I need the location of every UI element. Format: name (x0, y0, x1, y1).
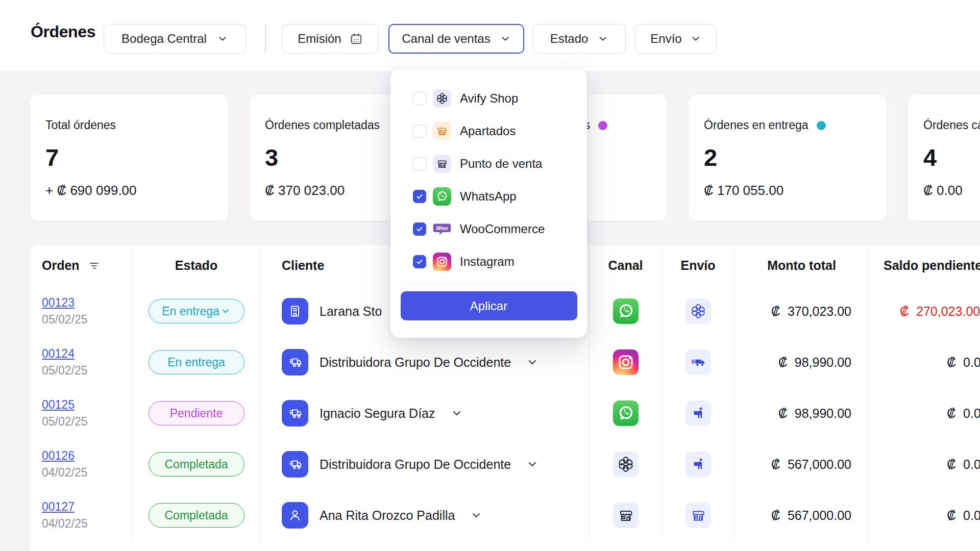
store-pickup-shipping-icon (685, 503, 711, 528)
status-pill[interactable]: En entrega (149, 350, 244, 374)
channel-option-avify-shop[interactable]: Avify Shop (390, 82, 587, 115)
express-truck-shipping-icon (685, 349, 711, 375)
whatsapp-channel-icon (613, 400, 639, 426)
currency-symbol: ₡ (778, 355, 788, 370)
pending-amount: 0.00 (963, 355, 980, 370)
checkbox[interactable] (413, 124, 426, 138)
column-header-shipping: Envío (662, 245, 734, 286)
store-channel-icon (613, 503, 639, 528)
client-avatar-truck-icon (282, 400, 308, 427)
stat-value: 7 (45, 143, 213, 171)
channel-option-apartados[interactable]: Apartados (390, 115, 587, 147)
woocommerce-icon (433, 220, 451, 238)
whatsapp-icon (433, 187, 451, 206)
checkbox[interactable] (413, 190, 426, 203)
sales-channel-filter-label: Canal de ventas (402, 32, 490, 46)
column-header-channel: Canal (590, 245, 662, 286)
currency-symbol: ₡ (771, 508, 780, 523)
courier-shipping-icon (685, 452, 711, 477)
status-pill[interactable]: Completada (149, 452, 244, 477)
courier-shipping-icon (685, 400, 711, 426)
order-date: 05/02/25 (42, 364, 88, 378)
client-name: Larana Sto (320, 304, 382, 319)
client-name: Distribuidora Grupo De Occidente (320, 457, 511, 472)
apply-button[interactable]: Aplicar (401, 291, 577, 320)
pending-amount: 0.00 (963, 406, 980, 421)
client-name: Ana Rita Orozco Padilla (320, 508, 455, 523)
status-pill[interactable]: Pendiente (149, 401, 244, 425)
checkbox[interactable] (413, 92, 426, 105)
stat-amount: ₡ 170 055.00 (704, 183, 871, 198)
column-header-total: Monto total (734, 245, 869, 286)
warehouse-filter-button[interactable]: Bodega Central (104, 24, 246, 54)
column-header-pending: Saldo pendiente (869, 245, 980, 286)
channel-option-instagram[interactable]: Instagram (390, 245, 587, 278)
checkbox[interactable] (413, 222, 426, 236)
status-filter-button[interactable]: Estado (533, 24, 626, 54)
total-amount: 567,000.00 (788, 508, 851, 523)
currency-symbol: ₡ (947, 406, 956, 421)
stat-card-total: Total órdenes 7 + ₡ 690 099.00 (30, 95, 228, 221)
checkbox[interactable] (413, 157, 426, 170)
stat-card-cancelled: Órdenes canceladas 4 ₡ 0.00 (908, 95, 980, 221)
status-dot-purple (598, 121, 607, 130)
channel-option-woocommerce[interactable]: WooCommerce (390, 213, 587, 245)
chevron-down-icon (526, 356, 538, 368)
total-amount: 567,000.00 (788, 457, 851, 472)
total-amount: 98,990.00 (795, 355, 851, 370)
dropdown-separator (403, 284, 575, 285)
column-header-status: Estado (133, 245, 260, 286)
pending-amount: 270,023.00 (916, 304, 980, 319)
stat-value: 4 (923, 143, 980, 171)
client-name: Ignacio Segura Díaz (320, 406, 435, 421)
currency-symbol: ₡ (771, 304, 780, 319)
avify-channel-icon (613, 452, 639, 477)
order-date: 04/02/25 (42, 466, 88, 480)
status-pill[interactable]: En entrega (149, 299, 244, 323)
pending-amount: 0.00 (963, 457, 980, 472)
checkbox[interactable] (413, 255, 426, 268)
shipping-filter-button[interactable]: Envío (635, 24, 717, 54)
table-row: 00125 05/02/25 Pendiente Ignacio Segura … (30, 388, 980, 439)
filter-icon[interactable] (88, 259, 100, 271)
check-icon (415, 192, 424, 201)
client-avatar-person-icon (282, 502, 308, 529)
shipping-filter-label: Envío (650, 32, 681, 46)
sales-channel-dropdown: Avify Shop Apartados Punto de venta What… (390, 69, 587, 338)
status-dot-teal (817, 121, 826, 130)
currency-symbol: ₡ (947, 508, 956, 523)
avify-shipping-icon (685, 298, 711, 324)
filter-divider (265, 24, 266, 54)
order-date: 04/02/25 (42, 517, 88, 531)
status-pill[interactable]: Completada (149, 503, 244, 528)
check-icon (415, 225, 424, 233)
whatsapp-channel-icon (613, 298, 639, 324)
sales-channel-filter-button[interactable]: Canal de ventas (388, 24, 524, 54)
chevron-down-icon (690, 33, 701, 44)
table-row: 00126 04/02/25 Completada Distribuidora … (30, 439, 980, 490)
order-link[interactable]: 00125 (42, 398, 75, 412)
stat-amount: ₡ 0.00 (923, 183, 980, 198)
client-avatar-truck-icon (282, 451, 308, 478)
column-header-order: Orden (42, 258, 80, 273)
currency-symbol: ₡ (947, 457, 956, 472)
order-link[interactable]: 00123 (42, 296, 75, 310)
store-icon (433, 155, 451, 173)
stat-label: Total órdenes (45, 118, 213, 132)
emission-filter-button[interactable]: Emisión (282, 24, 379, 54)
check-icon (415, 258, 424, 266)
order-link[interactable]: 00127 (42, 500, 75, 514)
instagram-icon (433, 253, 451, 271)
chevron-down-icon (500, 33, 511, 44)
calendar-icon (350, 32, 363, 45)
order-link[interactable]: 00126 (42, 449, 75, 463)
stat-card-in-delivery: Órdenes en entrega 2 ₡ 170 055.00 (689, 95, 887, 221)
currency-symbol: ₡ (947, 355, 956, 370)
channel-option-whatsapp[interactable]: WhatsApp (390, 180, 587, 213)
warehouse-filter-label: Bodega Central (121, 32, 207, 46)
stat-value: 2 (704, 143, 871, 171)
order-link[interactable]: 00124 (42, 347, 75, 361)
pending-amount: 0.00 (963, 508, 980, 523)
channel-option-punto-de-venta[interactable]: Punto de venta (390, 147, 587, 180)
currency-symbol: ₡ (771, 457, 780, 472)
